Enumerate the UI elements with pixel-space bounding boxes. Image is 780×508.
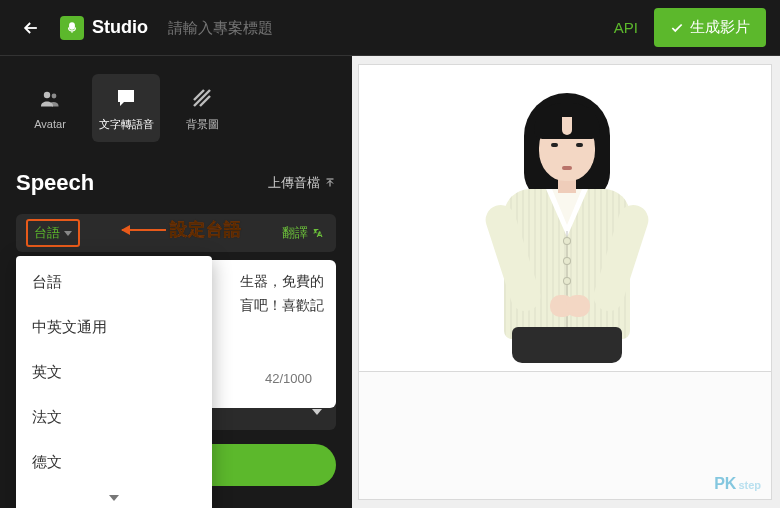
logo-text: Studio: [92, 17, 148, 38]
tab-background-label: 背景圖: [186, 117, 219, 132]
speech-bubble-icon: [113, 85, 139, 111]
person-group-icon: [37, 86, 63, 112]
translate-button[interactable]: 翻譯: [282, 224, 326, 242]
main: Avatar 文字轉語音 背景圖 Speech 上傳音檔: [0, 56, 780, 508]
tab-tts-label: 文字轉語音: [99, 117, 154, 132]
chevron-down-icon: [312, 409, 322, 415]
language-option-english[interactable]: 英文: [16, 350, 212, 395]
chevron-down-icon: [64, 231, 72, 236]
logo: Studio: [60, 16, 148, 40]
translate-icon: [312, 226, 326, 240]
language-option-german[interactable]: 德文: [16, 440, 212, 485]
svg-point-0: [44, 92, 50, 98]
watermark-pk: PK: [714, 475, 736, 492]
upload-audio-button[interactable]: 上傳音檔: [268, 174, 336, 192]
language-area: 台語 設定台語 翻譯 生器，免費的 盲吧！喜歡記: [16, 214, 336, 252]
generate-video-label: 生成影片: [690, 18, 750, 37]
language-option-french[interactable]: 法文: [16, 395, 212, 440]
project-title-input[interactable]: [168, 19, 328, 36]
language-dropdown: 台語 中英文通用 英文 法文 德文: [16, 256, 212, 508]
annotation-text: 設定台語: [170, 218, 242, 241]
svg-point-1: [52, 94, 57, 99]
topbar: Studio API 生成影片: [0, 0, 780, 56]
annotation: 設定台語: [122, 218, 242, 241]
language-option-zh-en[interactable]: 中英文通用: [16, 305, 212, 350]
api-link[interactable]: API: [614, 19, 638, 36]
watermark: PKstep: [714, 475, 761, 493]
tab-tts[interactable]: 文字轉語音: [92, 74, 160, 142]
tab-row: Avatar 文字轉語音 背景圖: [16, 74, 336, 142]
language-dropdown-more[interactable]: [16, 485, 212, 508]
preview-timeline: PKstep: [358, 372, 772, 500]
language-select[interactable]: 台語: [26, 219, 80, 247]
watermark-step: step: [738, 479, 761, 491]
tab-background[interactable]: 背景圖: [168, 74, 236, 142]
language-option-taiwanese[interactable]: 台語: [16, 260, 212, 305]
tab-avatar-label: Avatar: [34, 118, 66, 130]
speech-title: Speech: [16, 170, 94, 196]
arrow-left-icon: [122, 229, 166, 231]
preview-panel: PKstep: [352, 56, 780, 508]
generate-video-button[interactable]: 生成影片: [654, 8, 766, 47]
language-selected-label: 台語: [34, 224, 60, 242]
language-bar: 台語 設定台語 翻譯: [16, 214, 336, 252]
speech-header: Speech 上傳音檔: [16, 170, 336, 196]
logo-icon: [60, 16, 84, 40]
back-button[interactable]: [14, 11, 48, 45]
avatar-preview: [450, 73, 680, 363]
script-line-2: 盲吧！喜歡記: [240, 297, 324, 313]
script-line-1: 生器，免費的: [240, 273, 324, 289]
texture-icon: [189, 85, 215, 111]
preview-canvas: [358, 64, 772, 372]
translate-label: 翻譯: [282, 224, 308, 242]
upload-audio-label: 上傳音檔: [268, 174, 320, 192]
sidebar: Avatar 文字轉語音 背景圖 Speech 上傳音檔: [0, 56, 352, 508]
chevron-down-icon: [109, 495, 119, 501]
tab-avatar[interactable]: Avatar: [16, 74, 84, 142]
